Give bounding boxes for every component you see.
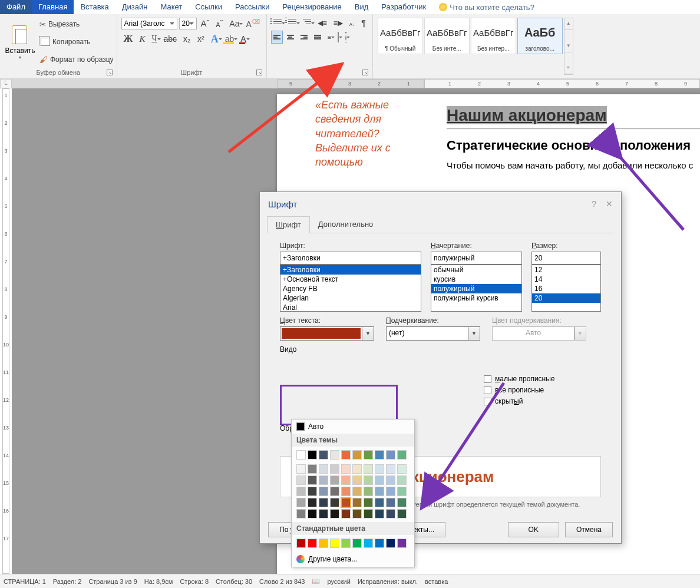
font-launcher[interactable] xyxy=(256,70,262,75)
style-no-spacing[interactable]: АаБбВвГгБез инте... xyxy=(424,18,470,54)
color-swatch[interactable] xyxy=(397,464,407,474)
bold-button[interactable]: Ж xyxy=(121,32,136,45)
decrease-size-button[interactable]: Aˇ xyxy=(213,18,225,29)
style-option[interactable]: курсив xyxy=(431,275,521,284)
decrease-indent-button[interactable]: ◀≡ xyxy=(315,18,329,28)
size-list[interactable]: 12141620 xyxy=(531,265,601,312)
color-swatch[interactable] xyxy=(352,450,362,460)
status-pos[interactable]: На: 8,9см xyxy=(144,578,173,585)
color-swatch[interactable] xyxy=(319,450,328,460)
font-option[interactable]: Agency FB xyxy=(280,284,421,293)
dialog-help-button[interactable]: ? xyxy=(592,199,596,209)
color-swatch[interactable] xyxy=(375,475,384,485)
align-center-button[interactable] xyxy=(285,31,296,43)
tab-view[interactable]: Вид xyxy=(348,0,375,14)
color-swatch[interactable] xyxy=(296,487,306,496)
font-option[interactable]: +Заголовки xyxy=(280,265,421,275)
style-list[interactable]: обычныйкурсивполужирныйполужирный курсив xyxy=(431,265,522,312)
color-swatch[interactable] xyxy=(319,498,328,507)
color-swatch[interactable] xyxy=(352,487,362,496)
color-swatch[interactable] xyxy=(397,509,407,518)
color-swatch[interactable] xyxy=(341,475,351,485)
strike-button[interactable]: abc xyxy=(161,33,180,45)
color-swatch[interactable] xyxy=(352,509,362,518)
dialog-tab-advanced[interactable]: Дополнительно xyxy=(310,216,382,233)
color-swatch[interactable] xyxy=(330,487,339,496)
style-input[interactable] xyxy=(431,252,522,265)
font-input[interactable] xyxy=(280,252,421,265)
ruler-corner[interactable]: L xyxy=(0,79,12,88)
multilevel-button[interactable] xyxy=(301,17,313,29)
color-swatch[interactable] xyxy=(397,539,407,548)
status-col[interactable]: Столбец: 30 xyxy=(216,578,252,585)
color-swatch[interactable] xyxy=(296,450,306,460)
color-swatch[interactable] xyxy=(330,509,339,518)
size-input[interactable] xyxy=(531,252,601,265)
style-option[interactable]: обычный xyxy=(431,265,521,275)
size-option[interactable]: 14 xyxy=(532,275,600,284)
color-swatch[interactable] xyxy=(296,498,306,507)
check-hidden[interactable]: скрытый xyxy=(484,397,555,405)
align-left-button[interactable] xyxy=(271,31,283,44)
style-heading[interactable]: АаБбзаголово... xyxy=(517,18,563,54)
tab-developer[interactable]: Разработчик xyxy=(375,0,432,14)
status-pages[interactable]: Страница 3 из 9 xyxy=(88,578,137,585)
highlight-button[interactable]: ab xyxy=(223,33,237,45)
color-swatch[interactable] xyxy=(397,498,407,507)
shading-button[interactable] xyxy=(335,31,341,43)
dialog-titlebar[interactable]: Шрифт ? ✕ xyxy=(260,192,621,216)
color-swatch[interactable] xyxy=(397,450,407,460)
paragraph-launcher[interactable] xyxy=(362,70,368,75)
color-swatch[interactable] xyxy=(375,464,384,474)
color-swatch[interactable] xyxy=(308,539,317,548)
color-swatch[interactable] xyxy=(308,498,317,507)
cut-button[interactable]: ✂Вырезать xyxy=(39,19,114,29)
tab-insert[interactable]: Вставка xyxy=(74,0,115,14)
bullets-button[interactable] xyxy=(271,17,284,29)
color-swatch[interactable] xyxy=(386,539,395,548)
font-color-button[interactable]: A xyxy=(238,33,248,45)
text-effects-button[interactable]: A xyxy=(209,32,221,47)
color-swatch[interactable] xyxy=(319,464,328,474)
color-swatch[interactable] xyxy=(308,509,317,518)
style-option[interactable]: полужирный xyxy=(431,284,521,293)
line-spacing-button[interactable]: ≡ xyxy=(325,32,334,42)
color-swatch[interactable] xyxy=(341,509,351,518)
color-swatch[interactable] xyxy=(375,498,384,507)
styles-scroll[interactable]: ▲▼≡ xyxy=(564,18,573,75)
palette-more[interactable]: Другие цвета... xyxy=(292,551,414,567)
color-swatch[interactable] xyxy=(386,498,395,507)
numbering-button[interactable] xyxy=(286,17,299,29)
color-swatch[interactable] xyxy=(296,464,306,474)
italic-button[interactable]: К xyxy=(137,33,147,45)
status-proof-icon[interactable]: 📖 xyxy=(312,577,320,585)
color-swatch[interactable] xyxy=(352,475,362,485)
font-option[interactable]: Arial xyxy=(280,303,421,312)
copy-button[interactable]: Копировать xyxy=(39,37,114,47)
check-small-caps[interactable]: малые прописные xyxy=(484,375,555,383)
align-right-button[interactable] xyxy=(298,31,310,43)
size-option[interactable]: 16 xyxy=(532,284,600,293)
color-swatch[interactable] xyxy=(330,450,339,460)
tab-mailings[interactable]: Рассылки xyxy=(229,0,276,14)
color-swatch[interactable] xyxy=(341,464,351,474)
color-swatch[interactable] xyxy=(341,450,351,460)
tab-references[interactable]: Ссылки xyxy=(189,0,229,14)
color-swatch[interactable] xyxy=(397,475,407,485)
color-swatch[interactable] xyxy=(341,487,351,496)
status-page[interactable]: СТРАНИЦА: 1 xyxy=(4,578,46,585)
palette-auto[interactable]: Авто xyxy=(292,419,414,434)
borders-button[interactable] xyxy=(343,31,349,43)
color-swatch[interactable] xyxy=(296,509,306,518)
color-swatch[interactable] xyxy=(386,509,395,518)
tab-layout[interactable]: Макет xyxy=(154,0,189,14)
color-swatch[interactable] xyxy=(330,475,339,485)
style-normal[interactable]: АаБбВвГг¶ Обычный xyxy=(378,18,423,54)
color-swatch[interactable] xyxy=(296,539,306,548)
color-swatch[interactable] xyxy=(375,539,384,548)
increase-size-button[interactable]: Aˆ xyxy=(199,17,212,29)
color-swatch[interactable] xyxy=(386,464,395,474)
color-swatch[interactable] xyxy=(364,475,373,485)
underline-button[interactable]: Ч xyxy=(149,33,159,45)
font-name-select[interactable]: Arial (Заголс xyxy=(121,18,177,29)
